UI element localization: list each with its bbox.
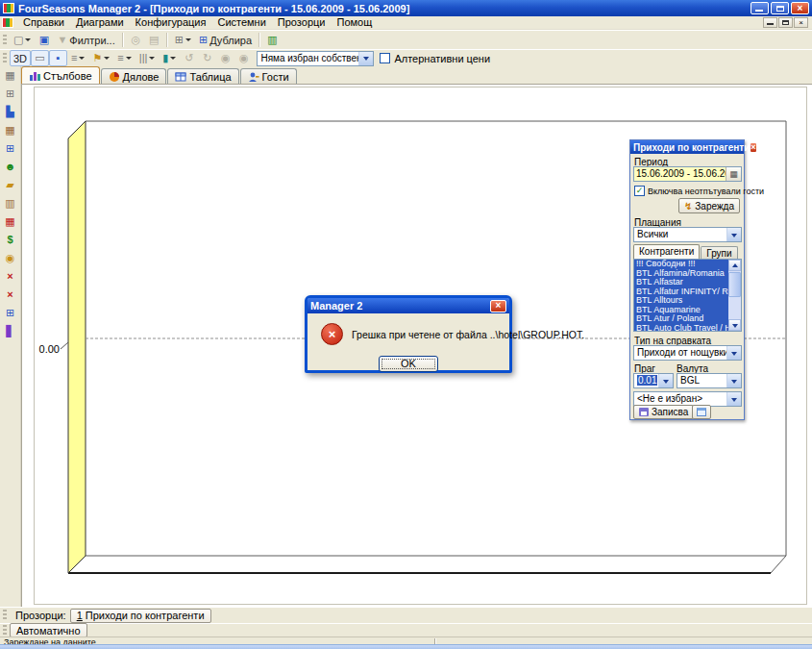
legend-button[interactable]: ≡ (67, 50, 88, 66)
color-chart-icon[interactable]: ▙ (2, 104, 19, 120)
period-field[interactable]: 15.06.2009 - 15.06.2009 ▦ (633, 166, 742, 182)
contractor-item[interactable]: BTL Alfastar (634, 278, 728, 287)
table-window-icon[interactable]: ⊞ (2, 305, 19, 321)
panel-titlebar[interactable]: Приходи по контрагенти × (630, 140, 744, 154)
depth-increase-button[interactable]: ◉ (216, 50, 234, 66)
contractor-item[interactable]: BTL Aquamarine (634, 306, 728, 315)
owner-combobox[interactable]: Няма избран собственици (257, 51, 374, 66)
depth-decrease-button[interactable]: ◉ (234, 50, 253, 66)
tab-table[interactable]: Таблица (167, 68, 238, 84)
copy-button[interactable]: ⊞ (171, 32, 195, 48)
contractor-item[interactable]: BTL Alfatur INFINITY/ Romania (634, 287, 728, 297)
restore-button[interactable] (771, 2, 789, 14)
combo-dropdown-button[interactable] (726, 392, 741, 406)
bar-labels-button[interactable]: ▪ (49, 50, 67, 66)
dialog-body: × Грешка при четене от файла ..\hotel\GR… (308, 313, 509, 370)
menu-prozorci[interactable]: Прозорци (272, 16, 332, 29)
no-charge-icon[interactable]: × (2, 287, 19, 303)
combo-dropdown-button[interactable] (658, 374, 673, 387)
include-guests-checkbox[interactable]: ✓ (634, 186, 645, 196)
currency-icon[interactable]: $ (2, 232, 19, 248)
contractor-item[interactable]: BTL Alfamina/Romania (634, 269, 728, 279)
report-page-icon[interactable]: ⊞ (2, 86, 19, 102)
combo-dropdown-button[interactable] (726, 374, 741, 387)
rooms-grid-icon[interactable]: ▦ (2, 213, 19, 230)
pan-mode-button[interactable]: ▭ (31, 50, 49, 66)
threshold-combobox[interactable]: 0.01 (633, 373, 674, 388)
threshold-value[interactable]: 0.01 (637, 375, 657, 386)
panel-close-button[interactable]: × (750, 142, 756, 153)
toolbar-grip[interactable] (3, 53, 7, 64)
toolbar-grip[interactable] (3, 35, 7, 46)
tab-guests[interactable]: Гости (240, 68, 297, 84)
alt-prices-checkbox[interactable] (380, 53, 390, 63)
menu-konfiguracia[interactable]: Конфигурация (130, 16, 212, 29)
vertical-grid-button[interactable]: ||| (135, 50, 160, 66)
duplicate-button[interactable]: ⊞ Дублира (195, 32, 256, 48)
currency-combobox[interactable]: BGL (677, 373, 742, 388)
ok-button[interactable]: OK (379, 356, 438, 372)
rotate-left-button[interactable]: ↺ (180, 50, 198, 66)
close-button[interactable]: × (791, 2, 809, 14)
save-report-button[interactable]: Записва (633, 405, 694, 419)
menu-diagrami[interactable]: Диаграми (70, 16, 130, 29)
contractor-item[interactable]: !!! Свободни !!! (634, 260, 728, 269)
mdi-close-button[interactable]: × (794, 17, 808, 28)
marks-button[interactable]: ⚑ (88, 50, 113, 66)
tab-pie[interactable]: Дялове (101, 68, 167, 84)
menu-spravki[interactable]: Справки (17, 16, 70, 29)
scrollbar-thumb[interactable] (728, 272, 741, 297)
template-combobox-value: <Не е избран> (634, 392, 726, 406)
menu-pomosht[interactable]: Помощ (331, 16, 378, 29)
horizontal-grid-button[interactable]: ≡ (113, 50, 135, 66)
combo-dropdown-button[interactable] (358, 52, 373, 65)
coins-icon[interactable]: ◉ (2, 250, 19, 266)
contractor-item[interactable]: BTL Atur / Poland (634, 314, 728, 324)
print-preview-button[interactable]: ◎ (127, 32, 145, 48)
layout-button[interactable] (692, 405, 711, 419)
combo-dropdown-button[interactable] (726, 346, 741, 360)
mdi-minimize-button[interactable] (763, 17, 777, 28)
auto-bar: Автоматично (0, 623, 812, 637)
load-button[interactable]: ↯ Зарежда (678, 198, 740, 213)
menu-sistemni[interactable]: Системни (211, 16, 271, 29)
contractor-item[interactable]: BTL Auto Club Travel / Hungary (634, 324, 728, 333)
print-button[interactable]: ▤ (145, 32, 163, 48)
calendar-picker-button[interactable]: ▦ (726, 167, 741, 181)
filters-button[interactable]: ▼ Филтри... (53, 32, 118, 48)
contractor-item[interactable]: BTL Alltours (634, 296, 728, 306)
toolbar-separator (122, 33, 124, 47)
save-button[interactable]: ▣ (35, 32, 53, 48)
scroll-up-button[interactable] (728, 260, 741, 271)
toggle-3d-button[interactable]: 3D (10, 50, 31, 66)
tiled-windows-icon[interactable]: ▦ (2, 67, 19, 84)
tab-contractors[interactable]: Контрагенти (633, 244, 700, 259)
dialog-close-button[interactable]: × (490, 300, 506, 312)
calendar-icon[interactable]: ▦ (2, 122, 19, 138)
dialog-titlebar[interactable]: Manager 2 × (308, 298, 509, 313)
period-value[interactable]: 15.06.2009 - 15.06.2009 (634, 167, 726, 181)
list-scrollbar[interactable] (728, 260, 741, 331)
series-style-button[interactable]: ▮ (159, 50, 180, 66)
folder-icon[interactable]: ▰ (2, 177, 19, 193)
toolbar-grip[interactable] (3, 610, 7, 621)
open-window-button[interactable]: 1 Приходи по контрагенти (70, 609, 211, 623)
copy-window-icon[interactable]: ⊞ (2, 140, 19, 157)
automatic-button[interactable]: Автоматично (10, 623, 87, 637)
no-cash-icon[interactable]: × (2, 268, 19, 285)
payments-combobox[interactable]: Всички (633, 227, 742, 242)
new-report-button[interactable]: ▢ (10, 32, 35, 48)
report-type-combobox[interactable]: Приходи от нощувки (633, 345, 742, 361)
cabinet-icon[interactable]: ▥ (2, 195, 19, 212)
chart-button[interactable]: ▥ (263, 32, 282, 48)
minimize-button[interactable] (750, 2, 769, 14)
combo-dropdown-button[interactable] (726, 228, 741, 241)
guests-icon[interactable]: ☻ (2, 159, 19, 175)
tab-columns[interactable]: Стълбове (21, 66, 100, 84)
rotate-right-button[interactable]: ↻ (198, 50, 216, 66)
toolbar-grip[interactable] (3, 625, 7, 637)
mdi-restore-button[interactable] (778, 17, 793, 28)
scroll-down-button[interactable] (728, 319, 741, 331)
tab-groups[interactable]: Групи (701, 246, 737, 259)
guest-stats-icon[interactable]: ▋ (2, 323, 19, 339)
